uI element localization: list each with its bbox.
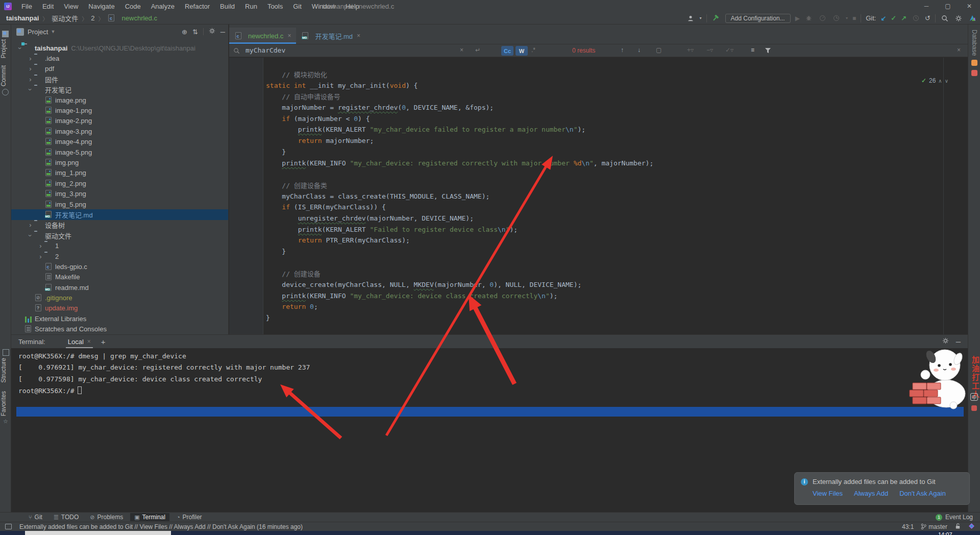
git-push-icon[interactable]: ↗: [901, 14, 906, 22]
add-configuration-button[interactable]: Add Configuration...: [725, 14, 791, 23]
tree-expand-icon[interactable]: ›: [27, 232, 34, 239]
tool-window-switcher-icon[interactable]: [5, 524, 12, 529]
tree-item-taishanpai[interactable]: ›taishanpaiC:\Users\QINGJUE\Desktop\git\…: [11, 43, 228, 53]
tab-newchrled.c[interactable]: newchrled.c×: [229, 28, 296, 44]
code-line-58[interactable]: 58 printk(KERN_ALERT "Failed to register…: [229, 224, 968, 235]
project-panel-title[interactable]: Project: [28, 28, 48, 36]
search-everywhere-icon[interactable]: [940, 14, 949, 23]
tree-expand-icon[interactable]: ›: [27, 76, 34, 83]
tree-expand-icon[interactable]: ›: [27, 65, 34, 72]
highlighting-level-icon[interactable]: [968, 523, 975, 531]
tree-item-固件[interactable]: ›固件: [11, 74, 228, 84]
code-line-45[interactable]: 45⊟static int __init my_char_init(void) …: [229, 80, 968, 91]
code-line-67[interactable]: 67: [229, 324, 968, 335]
tree-item-img_5.png[interactable]: img_5.png: [11, 199, 228, 209]
code-line-63[interactable]: 63 device_create(myCharClass, NULL, MKDE…: [229, 279, 968, 290]
tool-button-project[interactable]: Project: [0, 39, 7, 58]
panel-settings-gear-icon[interactable]: [209, 28, 215, 36]
user-account-icon[interactable]: [686, 14, 695, 23]
close-tab-icon[interactable]: ×: [287, 32, 291, 39]
tree-item-image-3.png[interactable]: image-3.png: [11, 126, 228, 136]
code-line-46[interactable]: 46 // 自动申请设备号: [229, 91, 968, 102]
run-options-dropdown-icon[interactable]: ▾: [846, 16, 848, 20]
tree-item-img_1.png[interactable]: img_1.png: [11, 168, 228, 178]
tree-item-2[interactable]: ›2: [11, 251, 228, 261]
filter-funnel-icon[interactable]: [765, 47, 771, 55]
settings-gear-icon[interactable]: [954, 14, 963, 23]
code-line-60[interactable]: 60⌂ }: [229, 246, 968, 257]
breadcrumb-file[interactable]: newchrled.c: [122, 14, 157, 22]
search-options-icon[interactable]: ≡: [751, 46, 754, 54]
minimize-button[interactable]: ─: [916, 0, 937, 12]
menu-code[interactable]: Code: [120, 2, 145, 11]
tool-button-favorites[interactable]: Favorites: [0, 391, 7, 416]
tool-button-database[interactable]: Database: [971, 30, 978, 56]
menu-tools[interactable]: Tools: [263, 2, 287, 11]
code-line-56[interactable]: 56⊟ if (IS_ERR(myCharClass)) {: [229, 202, 968, 213]
new-terminal-icon[interactable]: +: [101, 337, 106, 346]
clear-search-icon[interactable]: ×: [460, 46, 463, 54]
tree-expand-icon[interactable]: ›: [37, 242, 44, 250]
tree-item-image-4.png[interactable]: image-4.png: [11, 137, 228, 147]
code-line-51[interactable]: 51⌂ }: [229, 147, 968, 158]
hide-panel-icon[interactable]: ─: [220, 28, 225, 36]
tree-item-readme.md[interactable]: readme.md: [11, 282, 228, 293]
tree-expand-icon[interactable]: ›: [27, 86, 34, 93]
tree-item-image.png[interactable]: image.png: [11, 95, 228, 105]
tree-item-Makefile[interactable]: Makefile: [11, 272, 228, 282]
code-line-53[interactable]: 53: [229, 168, 968, 180]
rollback-icon[interactable]: ↺: [925, 14, 930, 22]
git-update-icon[interactable]: ↙: [880, 14, 886, 22]
code-line-54[interactable]: 54 // 创建设备类: [229, 180, 968, 191]
toolwindow-button-problems[interactable]: ⊘Problems: [86, 513, 127, 521]
taskbar-app-button[interactable]: [25, 531, 171, 535]
tree-item-开发笔记[interactable]: ›开发笔记: [11, 85, 228, 95]
tab-开发笔记.md[interactable]: 开发笔记.md×: [296, 28, 365, 44]
terminal-prompt-line[interactable]: root@RK356X:/#: [18, 386, 968, 398]
menu-view[interactable]: View: [59, 2, 83, 11]
user-dropdown-icon[interactable]: ▾: [700, 16, 702, 20]
code-line-61[interactable]: 61: [229, 257, 968, 268]
menu-build[interactable]: Build: [215, 2, 239, 11]
code-line-48[interactable]: 48⊟ if (majorNumber < 0) {: [229, 113, 968, 124]
status-message[interactable]: Externally added files can be added to G…: [19, 523, 303, 530]
breadcrumb-project[interactable]: taishanpai: [6, 14, 39, 22]
translate-plugin-icon[interactable]: 中: [970, 393, 978, 401]
unlock-icon[interactable]: [954, 523, 961, 531]
menu-edit[interactable]: Edit: [38, 2, 58, 11]
breadcrumb-subfolder[interactable]: 2: [91, 14, 94, 22]
tree-item-img_2.png[interactable]: img_2.png: [11, 178, 228, 188]
previous-occurrence-icon[interactable]: ↑: [621, 46, 624, 54]
toolwindow-button-terminal[interactable]: ▣Terminal: [130, 513, 169, 521]
tree-item-Scratches and Consoles[interactable]: Scratches and Consoles: [11, 324, 228, 334]
code-line-50[interactable]: 50 return majorNumber;: [229, 135, 968, 147]
tree-item-.idea[interactable]: ›.idea: [11, 53, 228, 63]
tree-item-image-5.png[interactable]: image-5.png: [11, 147, 228, 157]
inspections-widget[interactable]: ✓ 26 ∧ ∨: [921, 77, 948, 84]
git-commit-check-icon[interactable]: ✓: [891, 14, 896, 22]
tree-item-驱动文件[interactable]: ›驱动文件: [11, 230, 228, 240]
code-line-43[interactable]: 43: [229, 58, 968, 69]
next-problem-icon[interactable]: ∨: [945, 78, 948, 84]
toolwindow-button-todo[interactable]: ☰TODO: [50, 513, 83, 521]
tree-expand-icon[interactable]: ›: [27, 55, 34, 62]
ai-plugin-icon[interactable]: [968, 14, 977, 23]
new-line-icon[interactable]: ↵: [475, 46, 480, 54]
tree-item-image-1.png[interactable]: image-1.png: [11, 105, 228, 115]
code-line-62[interactable]: 62 // 创建设备: [229, 268, 968, 279]
tool-button-structure[interactable]: Structure: [0, 358, 7, 383]
notification-action-view-files[interactable]: View Files: [813, 490, 843, 497]
code-editor[interactable]: 4344 // 模块初始化45⊟static int __init my_cha…: [229, 58, 968, 334]
toolwindow-button-profiler[interactable]: ◔Profiler: [173, 513, 206, 521]
code-line-52[interactable]: 52 printk(KERN_INFO "my_char_device: reg…: [229, 157, 968, 168]
tree-item-img_3.png[interactable]: img_3.png: [11, 188, 228, 199]
code-line-55[interactable]: 55 myCharClass = class_create(THIS_MODUL…: [229, 190, 968, 202]
code-line-57[interactable]: 57 unregister_chrdev(majorNumber, DEVICE…: [229, 213, 968, 224]
tree-item-1[interactable]: ›1: [11, 240, 228, 251]
close-tab-icon[interactable]: ×: [357, 32, 360, 39]
tree-item-update.img[interactable]: update.img: [11, 303, 228, 313]
close-terminal-tab-icon[interactable]: ×: [87, 338, 91, 345]
notification-action-always-add[interactable]: Always Add: [854, 490, 888, 497]
regex-toggle[interactable]: .*: [531, 46, 535, 54]
close-button[interactable]: ✕: [959, 0, 980, 12]
